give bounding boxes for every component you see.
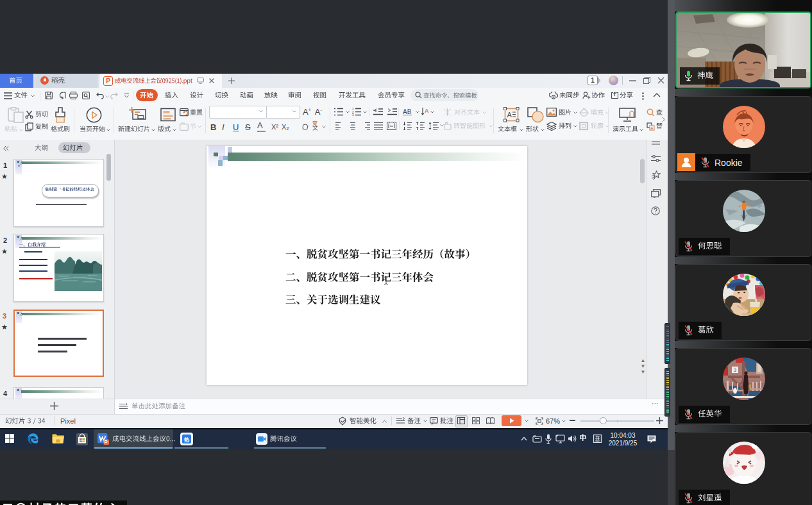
svg-text:A: A — [507, 111, 512, 119]
svg-text:3: 3 — [734, 367, 737, 373]
svg-text:A: A — [425, 108, 429, 114]
svg-text:3: 3 — [352, 113, 354, 116]
svg-text:A: A — [650, 126, 653, 130]
svg-text:AB: AB — [403, 108, 412, 115]
svg-text:1: 1 — [591, 77, 595, 84]
svg-text:热: 热 — [183, 436, 190, 443]
